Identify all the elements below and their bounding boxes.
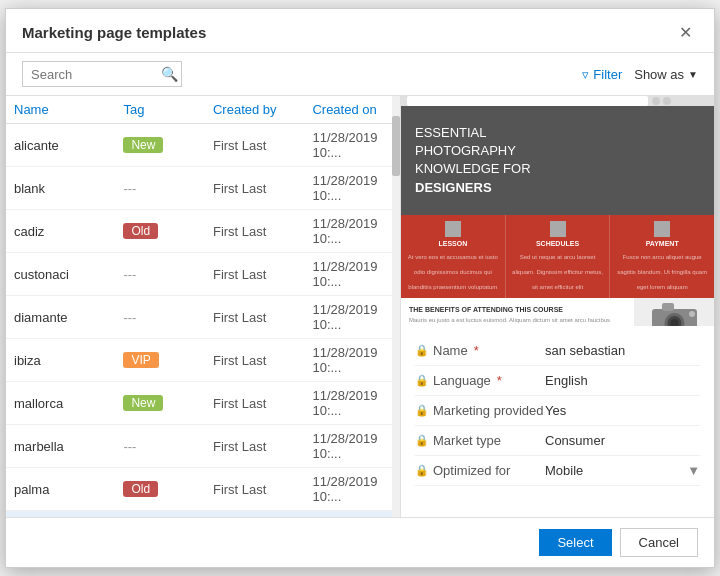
preview-bottom-section: THE BENEFITS OF ATTENDING THIS COURSE Ma…: [401, 298, 714, 326]
cell-created-by: First Last: [213, 181, 312, 196]
col-label-2: PAYMENT: [614, 240, 710, 247]
scrollbar[interactable]: [392, 96, 400, 517]
required-star: *: [474, 343, 479, 358]
lock-icon: 🔒: [415, 374, 429, 387]
list-row[interactable]: san sebastian VIP First Last 11/28/2019 …: [6, 511, 400, 517]
close-button[interactable]: ✕: [673, 21, 698, 44]
form-value-2: Yes: [545, 403, 700, 418]
lock-icon: 🔒: [415, 464, 429, 477]
lock-icon: 🔒: [415, 434, 429, 447]
tag-badge: New: [123, 137, 163, 153]
cancel-button[interactable]: Cancel: [620, 528, 698, 557]
tag-dash: ---: [123, 181, 136, 196]
cell-created-on: 11/28/2019 10:...: [312, 259, 392, 289]
cell-tag: Old: [123, 223, 213, 239]
preview-red-col-1: SCHEDULES Sed ut neque at arcu laoreet a…: [506, 215, 611, 298]
form-label-2: 🔒 Marketing provided: [415, 403, 545, 418]
svg-rect-4: [662, 303, 674, 311]
show-as-button[interactable]: Show as ▼: [634, 67, 698, 82]
svg-point-5: [689, 311, 695, 317]
cell-created-by: First Last: [213, 353, 312, 368]
cell-created-by: First Last: [213, 439, 312, 454]
cell-tag: ---: [123, 267, 213, 282]
lock-icon: 🔒: [415, 404, 429, 417]
list-row[interactable]: mallorca New First Last 11/28/2019 10:..…: [6, 382, 400, 425]
cell-name: blank: [14, 181, 123, 196]
preview-browser-bar: [401, 96, 714, 106]
form-label-1: 🔒 Language*: [415, 373, 545, 388]
cell-name: custonaci: [14, 267, 123, 282]
preview-image: ESSENTIAL PHOTOGRAPHY KNOWLEDGE FOR DESI…: [401, 96, 714, 326]
field-value-text: Mobile: [545, 463, 583, 478]
cell-created-on: 11/28/2019 10:...: [312, 431, 392, 461]
tag-dash: ---: [123, 267, 136, 282]
list-row[interactable]: cadiz Old First Last 11/28/2019 10:...: [6, 210, 400, 253]
form-fields: 🔒 Name* san sebastian 🔒 Language* Englis…: [401, 326, 714, 517]
page-preview-inner: ESSENTIAL PHOTOGRAPHY KNOWLEDGE FOR DESI…: [401, 96, 714, 326]
col-header-name[interactable]: Name: [14, 102, 123, 117]
form-value-3: Consumer: [545, 433, 700, 448]
col-label-0: LESSON: [405, 240, 501, 247]
search-box[interactable]: 🔍: [22, 61, 182, 87]
modal-title: Marketing page templates: [22, 24, 206, 41]
field-label-text: Language: [433, 373, 491, 388]
form-label-3: 🔒 Market type: [415, 433, 545, 448]
cell-created-on: 11/28/2019 10:...: [312, 388, 392, 418]
col-header-tag[interactable]: Tag: [123, 102, 213, 117]
search-input[interactable]: [31, 67, 161, 82]
field-value-text: Consumer: [545, 433, 605, 448]
filter-button[interactable]: ▿ Filter: [582, 67, 622, 82]
lock-icon: 🔒: [415, 344, 429, 357]
preview-hero-section: ESSENTIAL PHOTOGRAPHY KNOWLEDGE FOR DESI…: [401, 106, 714, 215]
preview-bottom-body: Mauris eu justo a est luctus euismod. Al…: [409, 316, 626, 326]
cell-created-on: 11/28/2019 10:...: [312, 173, 392, 203]
form-row-4: 🔒 Optimized for Mobile ▼: [415, 456, 700, 486]
form-row-3: 🔒 Market type Consumer: [415, 426, 700, 456]
field-value-text: Yes: [545, 403, 566, 418]
hero-line4: DESIGNERS: [415, 179, 700, 197]
preview-hero-text: ESSENTIAL PHOTOGRAPHY KNOWLEDGE FOR DESI…: [415, 124, 700, 197]
field-label-text: Name: [433, 343, 468, 358]
hero-line2: PHOTOGRAPHY: [415, 142, 700, 160]
preview-panel: ESSENTIAL PHOTOGRAPHY KNOWLEDGE FOR DESI…: [401, 96, 714, 517]
camera-icon: [634, 298, 714, 326]
preview-red-section: LESSON At vero eos et accusamus et iusto…: [401, 215, 714, 298]
list-row[interactable]: custonaci --- First Last 11/28/2019 10:.…: [6, 253, 400, 296]
list-row[interactable]: ibiza VIP First Last 11/28/2019 10:...: [6, 339, 400, 382]
list-row[interactable]: palma Old First Last 11/28/2019 10:...: [6, 468, 400, 511]
list-row[interactable]: diamante --- First Last 11/28/2019 10:..…: [6, 296, 400, 339]
col-label-1: SCHEDULES: [510, 240, 606, 247]
tag-badge: Old: [123, 223, 158, 239]
cell-name: marbella: [14, 439, 123, 454]
modal-footer: Select Cancel: [6, 517, 714, 567]
list-row[interactable]: blank --- First Last 11/28/2019 10:...: [6, 167, 400, 210]
cell-created-on: 11/28/2019 10:...: [312, 345, 392, 375]
modal-container: Marketing page templates ✕ 🔍 ▿ Filter Sh…: [5, 8, 715, 568]
list-row[interactable]: marbella --- First Last 11/28/2019 10:..…: [6, 425, 400, 468]
cell-name: alicante: [14, 138, 123, 153]
chevron-down-icon: ▼: [688, 69, 698, 80]
form-value-0: san sebastian: [545, 343, 700, 358]
col-header-created-on[interactable]: Created on: [312, 102, 392, 117]
col-icon-2: [654, 221, 670, 237]
cell-name: diamante: [14, 310, 123, 325]
cell-created-by: First Last: [213, 138, 312, 153]
form-row-0: 🔒 Name* san sebastian: [415, 336, 700, 366]
search-icon: 🔍: [161, 66, 178, 82]
tag-dash: ---: [123, 439, 136, 454]
modal-header: Marketing page templates ✕: [6, 9, 714, 53]
cell-tag: ---: [123, 439, 213, 454]
col-header-created-by[interactable]: Created by: [213, 102, 312, 117]
preview-controls: [652, 97, 671, 105]
col-desc-0: At vero eos et accusamus et iusto odio d…: [408, 254, 498, 290]
cell-tag: ---: [123, 310, 213, 325]
field-label-text: Market type: [433, 433, 501, 448]
form-value-4[interactable]: Mobile ▼: [545, 463, 700, 478]
tag-badge: VIP: [123, 352, 158, 368]
form-row-2: 🔒 Marketing provided Yes: [415, 396, 700, 426]
select-button[interactable]: Select: [539, 529, 611, 556]
cell-created-on: 11/28/2019 10:...: [312, 130, 392, 160]
preview-bottom-text: THE BENEFITS OF ATTENDING THIS COURSE Ma…: [401, 298, 634, 326]
list-row[interactable]: alicante New First Last 11/28/2019 10:..…: [6, 124, 400, 167]
cell-created-on: 11/28/2019 10:...: [312, 302, 392, 332]
